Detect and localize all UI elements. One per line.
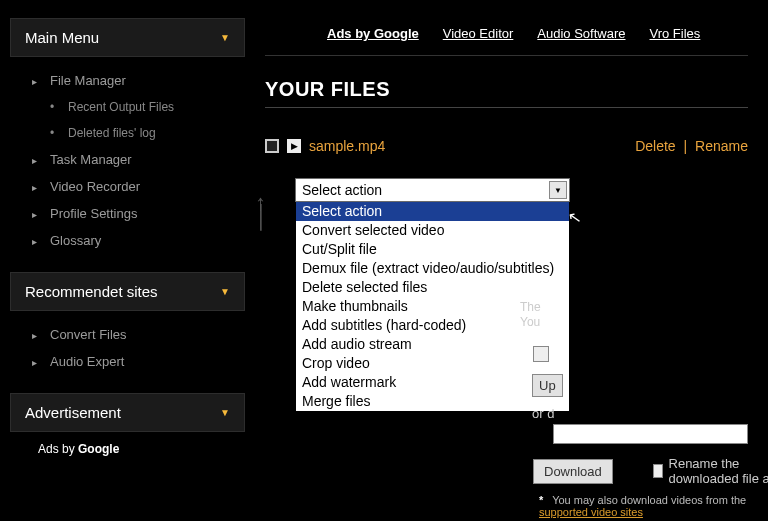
file-checkbox[interactable] xyxy=(265,139,279,153)
action-select-box: Select action ▼ Select action Convert se… xyxy=(295,178,570,412)
title-rule xyxy=(265,107,748,108)
upload-arrow-icon: ↑│ xyxy=(255,196,269,224)
play-icon[interactable]: ▶ xyxy=(287,139,301,153)
sidebar-item-recent-output[interactable]: Recent Output Files xyxy=(32,94,245,120)
option-cut-split[interactable]: Cut/Split file xyxy=(296,240,569,259)
sidebar-item-glossary[interactable]: Glossary xyxy=(32,227,245,254)
file-left: ▶ sample.mp4 xyxy=(265,138,385,154)
action-select-value: Select action xyxy=(302,182,382,198)
file-rename-link[interactable]: Rename xyxy=(695,138,748,154)
top-nav: Ads by Google Video Editor Audio Softwar… xyxy=(265,18,748,56)
footnote: * You may also download videos from the … xyxy=(539,494,768,518)
option-audio-stream[interactable]: Add audio stream xyxy=(296,335,569,354)
main-content: Ads by Google Video Editor Audio Softwar… xyxy=(245,0,768,521)
dropdown-button-icon[interactable]: ▼ xyxy=(549,181,567,199)
sidebar-item-convert-files[interactable]: Convert Files xyxy=(32,321,245,348)
file-delete-link[interactable]: Delete xyxy=(635,138,675,154)
advertisement-header[interactable]: Advertisement ▼ xyxy=(10,393,245,432)
separator: | xyxy=(680,138,692,154)
option-convert-video[interactable]: Convert selected video xyxy=(296,221,569,240)
advertisement-title: Advertisement xyxy=(25,404,121,421)
option-select-action[interactable]: Select action xyxy=(296,202,569,221)
footnote-text: You may also download videos from the xyxy=(552,494,746,506)
advertisement-panel: Advertisement ▼ Ads by Google xyxy=(10,393,245,456)
option-watermark[interactable]: Add watermark xyxy=(296,373,569,392)
nav-ads-by-google[interactable]: Ads by Google xyxy=(327,26,419,41)
rename-label: Rename the downloaded file as xyxy=(669,456,768,486)
download-button[interactable]: Download xyxy=(533,459,613,484)
action-select[interactable]: Select action ▼ xyxy=(295,178,570,202)
sidebar: Main Menu ▼ File Manager Recent Output F… xyxy=(0,0,245,521)
sidebar-item-file-manager[interactable]: File Manager xyxy=(32,67,245,94)
sidebar-item-deleted-log[interactable]: Deleted files' log xyxy=(32,120,245,146)
sidebar-item-audio-expert[interactable]: Audio Expert xyxy=(32,348,245,375)
recommended-title: Recommendet sites xyxy=(25,283,158,300)
info-text: You xyxy=(520,315,540,329)
main-menu-panel: Main Menu ▼ File Manager Recent Output F… xyxy=(10,18,245,254)
sidebar-item-profile-settings[interactable]: Profile Settings xyxy=(32,200,245,227)
recommended-list: Convert Files Audio Expert xyxy=(10,311,245,375)
main-menu-title: Main Menu xyxy=(25,29,99,46)
main-menu-list: File Manager Recent Output Files Deleted… xyxy=(10,57,245,254)
info-text: The xyxy=(520,300,541,314)
nav-vro-files[interactable]: Vro Files xyxy=(650,26,701,41)
option-crop[interactable]: Crop video xyxy=(296,354,569,373)
option-demux[interactable]: Demux file (extract video/audio/subtitle… xyxy=(296,259,569,278)
file-name[interactable]: sample.mp4 xyxy=(309,138,385,154)
page-title: YOUR FILES xyxy=(265,78,748,101)
recommended-header[interactable]: Recommendet sites ▼ xyxy=(10,272,245,311)
sidebar-item-video-recorder[interactable]: Video Recorder xyxy=(32,173,245,200)
nav-audio-software[interactable]: Audio Software xyxy=(537,26,625,41)
supported-sites-link[interactable]: supported video sites xyxy=(539,506,643,518)
or-text: or d xyxy=(532,406,554,421)
asterisk-icon: * xyxy=(539,494,549,506)
chevron-down-icon: ▼ xyxy=(220,286,230,297)
file-actions: Delete | Rename xyxy=(635,138,748,154)
main-menu-header[interactable]: Main Menu ▼ xyxy=(10,18,245,57)
file-row: ▶ sample.mp4 Delete | Rename xyxy=(265,138,748,154)
rename-checkbox[interactable] xyxy=(653,464,663,478)
ads-by-google-side: Ads by Google xyxy=(10,432,245,456)
url-input[interactable] xyxy=(553,424,748,444)
option-merge[interactable]: Merge files xyxy=(296,392,569,411)
option-delete-files[interactable]: Delete selected files xyxy=(296,278,569,297)
rename-group: Rename the downloaded file as xyxy=(653,456,768,486)
upload-button[interactable]: Up xyxy=(532,374,563,397)
sidebar-item-task-manager[interactable]: Task Manager xyxy=(32,146,245,173)
upload-checkbox[interactable] xyxy=(533,346,549,362)
download-row: Download Rename the downloaded file as xyxy=(533,456,768,486)
chevron-down-icon: ▼ xyxy=(220,407,230,418)
recommended-sites-panel: Recommendet sites ▼ Convert Files Audio … xyxy=(10,272,245,375)
nav-video-editor[interactable]: Video Editor xyxy=(443,26,514,41)
chevron-down-icon: ▼ xyxy=(220,32,230,43)
